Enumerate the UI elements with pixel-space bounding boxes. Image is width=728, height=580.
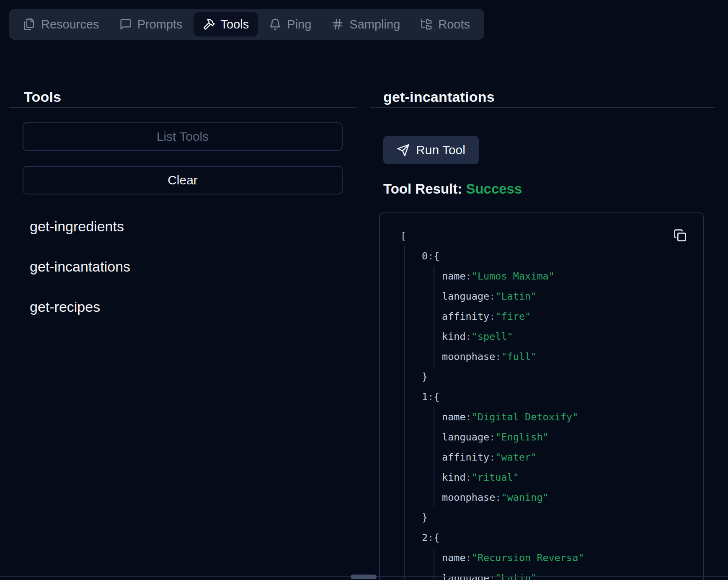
message-square-icon — [119, 18, 132, 31]
copy-icon-button[interactable] — [674, 228, 689, 243]
tool-item-get-ingredients[interactable]: get-ingredients — [30, 212, 130, 241]
json-line: 0: { — [422, 246, 674, 266]
json-object-block: name: "Lumos Maxima"language: "Latin"aff… — [434, 266, 674, 367]
run-tool-label: Run Tool — [416, 143, 465, 157]
right-divider — [370, 107, 715, 108]
json-array-block: 0: {name: "Lumos Maxima"language: "Latin… — [404, 246, 674, 580]
json-line: moonphase: "full" — [442, 347, 674, 367]
json-line: 1: { — [422, 387, 674, 407]
json-tree: [0: {name: "Lumos Maxima"language: "Lati… — [380, 213, 703, 580]
folder-tree-icon — [420, 18, 433, 31]
bell-icon — [269, 18, 281, 31]
tool-list: get-ingredientsget-incantationsget-recip… — [30, 212, 130, 333]
tab-label: Tools — [221, 18, 249, 31]
tab-resources[interactable]: Resources — [14, 12, 108, 36]
json-line: kind: "ritual" — [442, 467, 674, 487]
app-window: ResourcesPromptsToolsPingSamplingRoots T… — [0, 0, 728, 580]
tool-item-get-incantations[interactable]: get-incantations — [30, 252, 130, 281]
tab-label: Ping — [287, 18, 311, 31]
json-line: moonphase: "waning" — [442, 487, 674, 508]
tab-prompts[interactable]: Prompts — [110, 12, 192, 36]
json-line: language: "English" — [442, 427, 674, 447]
tab-label: Prompts — [137, 18, 183, 31]
clear-button[interactable]: Clear — [23, 166, 343, 194]
selected-tool-title: get-incantations — [383, 89, 495, 105]
hash-icon — [331, 18, 344, 31]
json-line: name: "Lumos Maxima" — [442, 266, 674, 286]
tab-sampling[interactable]: Sampling — [322, 12, 409, 36]
json-line: name: "Digital Detoxify" — [442, 407, 674, 427]
tool-result-status: Success — [466, 181, 522, 197]
tool-item-get-recipes[interactable]: get-recipes — [30, 293, 130, 321]
tab-label: Sampling — [349, 18, 400, 31]
tool-result-panel: [0: {name: "Lumos Maxima"language: "Lati… — [379, 212, 704, 580]
json-line: language: "Latin" — [442, 568, 674, 580]
json-line: [ — [400, 226, 674, 246]
list-tools-button[interactable]: List Tools — [23, 122, 343, 151]
tab-label: Resources — [41, 18, 99, 31]
tab-label: Roots — [438, 18, 470, 31]
tab-roots[interactable]: Roots — [411, 12, 479, 36]
tool-result-label: Tool Result: — [383, 181, 462, 197]
json-object-block: name: "Digital Detoxify"language: "Engli… — [434, 407, 674, 508]
left-divider — [9, 107, 356, 108]
horizontal-scrollbar-thumb[interactable] — [351, 575, 377, 579]
left-panel-title: Tools — [24, 89, 61, 105]
tab-bar: ResourcesPromptsToolsPingSamplingRoots — [9, 9, 484, 40]
json-object-block: name: "Recursion Reversa"language: "Lati… — [434, 548, 674, 580]
files-icon — [23, 18, 36, 31]
json-line: 2: { — [422, 528, 674, 548]
send-icon — [397, 144, 410, 157]
hammer-icon — [203, 18, 215, 31]
tab-ping[interactable]: Ping — [260, 12, 320, 36]
json-line: language: "Latin" — [442, 286, 674, 306]
json-line: kind: "spell" — [442, 326, 674, 347]
json-line: } — [422, 367, 674, 387]
json-line: name: "Recursion Reversa" — [442, 548, 674, 568]
run-tool-button[interactable]: Run Tool — [383, 136, 479, 164]
json-line: affinity: "fire" — [442, 306, 674, 326]
tool-result-line: Tool Result: Success — [383, 181, 522, 197]
json-line: } — [422, 508, 674, 528]
tab-tools[interactable]: Tools — [194, 12, 258, 36]
json-line: affinity: "water" — [442, 447, 674, 467]
